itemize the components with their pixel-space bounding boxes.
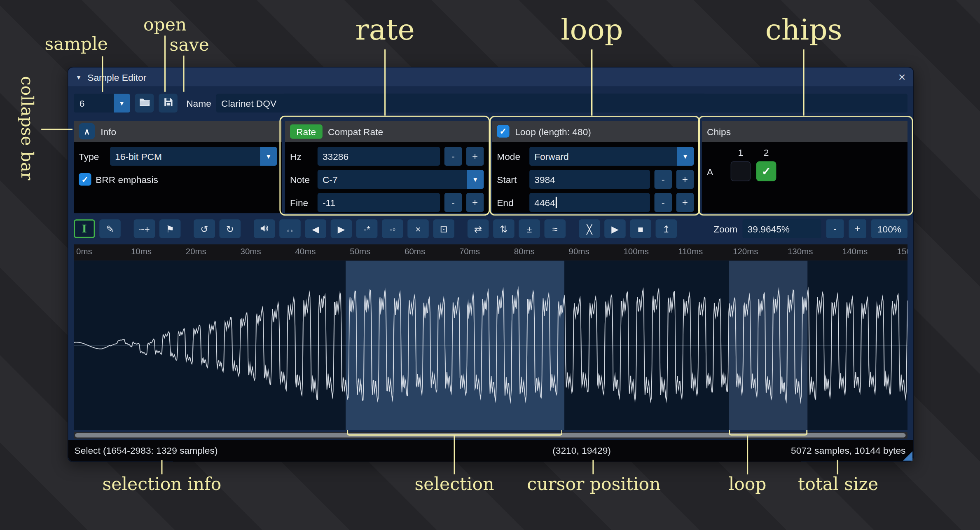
crossfade-icon: ╳ (587, 224, 592, 234)
annotation-save-label: save (170, 34, 209, 55)
filter-button[interactable]: ≈ (544, 219, 566, 238)
loop-enable-checkbox[interactable]: ✓ (497, 125, 509, 137)
redo-button[interactable]: ↻ (220, 219, 241, 238)
normalize-button[interactable]: ↔ (279, 219, 301, 238)
collapse-info-button[interactable]: ∧ (79, 123, 95, 139)
type-dropdown[interactable]: 16-bit PCM ▼ (110, 147, 277, 165)
fine-input[interactable]: -11 (318, 193, 440, 212)
undo-button[interactable]: ↺ (194, 219, 215, 238)
stop-icon: ■ (638, 224, 643, 234)
name-value: Clarinet DQV (221, 98, 276, 108)
select-tool-button[interactable]: I (74, 219, 95, 238)
resize-grip[interactable] (903, 451, 912, 461)
sample-selector[interactable]: 6 ▼ (74, 94, 130, 112)
statusbar-total-size: 5072 samples, 10144 bytes (791, 445, 905, 456)
zoom-input[interactable]: 39.9645% (742, 219, 821, 238)
loop-start-plus-button[interactable]: + (676, 170, 694, 188)
info-panel-header: ∧ Info (74, 121, 282, 142)
chevron-up-icon: ∧ (84, 127, 90, 136)
scrollbar-handle[interactable] (75, 433, 905, 438)
note-value: C-7 (318, 174, 338, 185)
loop-start-minus-button[interactable]: - (655, 170, 672, 188)
waveform-view[interactable] (74, 260, 907, 430)
brr-emphasis-checkbox[interactable]: ✓ (79, 173, 91, 185)
annotation-line-total-size (837, 460, 838, 474)
fade-out-icon: ▶ (338, 224, 345, 234)
preview-button[interactable]: ▶ (604, 219, 626, 238)
ruler-label: 140ms (842, 247, 868, 256)
annotation-sample-label: sample (44, 34, 108, 54)
loop-end-plus-button[interactable]: + (676, 193, 694, 212)
sign-icon: ± (527, 224, 532, 234)
crossfade-button[interactable]: ╳ (579, 219, 600, 238)
redo-icon: ↻ (226, 224, 234, 234)
ruler-label: 110ms (678, 247, 703, 256)
fade-out-button[interactable]: ▶ (331, 219, 352, 238)
rate-badge-button[interactable]: Rate (290, 124, 322, 138)
chip-1-checkbox[interactable] (731, 161, 751, 181)
fade-in-button[interactable]: ◀ (305, 219, 326, 238)
note-dropdown[interactable]: C-7 ▼ (318, 170, 484, 188)
waveform-canvas[interactable] (74, 260, 907, 430)
sign-button[interactable]: ± (519, 219, 540, 238)
reverse-button[interactable]: ⇄ (468, 219, 489, 238)
trim-button[interactable]: ⊡ (433, 219, 454, 238)
chips-grid: 12A✓ (707, 147, 903, 181)
zoom-out-button[interactable]: - (826, 219, 844, 238)
titlebar[interactable]: ▼ Sample Editor × (68, 68, 913, 86)
apply-silence-button[interactable]: -◦ (382, 219, 403, 238)
apply-silence-icon: -◦ (389, 224, 396, 234)
statusbar: Select (1654-2983: 1329 samples) (3210, … (68, 440, 913, 462)
hz-plus-button[interactable]: + (466, 147, 484, 165)
delete-button[interactable]: × (407, 219, 429, 238)
resample-button[interactable]: ⚑ (159, 219, 181, 238)
loop-end-minus-button[interactable]: - (655, 193, 672, 212)
resize-button[interactable]: ~+ (134, 219, 155, 238)
zoom-in-button[interactable]: + (849, 219, 866, 238)
create-instrument-button[interactable]: ↥ (656, 219, 677, 238)
fine-minus-button[interactable]: - (444, 193, 462, 212)
mode-label: Mode (497, 151, 525, 162)
panels-row: ∧ Info Type 16-bit PCM ▼ ✓ (74, 121, 907, 213)
type-label: Type (79, 151, 105, 162)
hz-input[interactable]: 33286 (318, 147, 440, 165)
note-dropdown-arrow-icon: ▼ (467, 170, 484, 188)
ruler-label: 50ms (350, 247, 370, 256)
fade-in-icon: ◀ (312, 224, 319, 234)
annotation-cursor-position-label: cursor position (527, 474, 660, 495)
undo-icon: ↺ (201, 224, 208, 234)
loop-end-label: End (497, 197, 525, 208)
invert-button[interactable]: ⇅ (493, 219, 515, 238)
hz-value: 33286 (323, 151, 348, 162)
zoom-value: 39.9645% (748, 223, 790, 234)
zoom-reset-button[interactable]: 100% (871, 219, 907, 238)
hz-minus-button[interactable]: - (444, 147, 462, 165)
loop-panel: ✓ Loop (length: 480) Mode Forward ▼ Star… (492, 121, 699, 213)
insert-silence-button[interactable]: -* (356, 219, 378, 238)
waveform-scrollbar[interactable] (74, 432, 907, 439)
loop-start-input[interactable]: 3984 (529, 170, 650, 188)
loop-end-input[interactable]: 4464 (529, 193, 650, 212)
loop-mode-dropdown[interactable]: Forward ▼ (529, 147, 694, 165)
save-button[interactable] (159, 94, 178, 112)
close-button[interactable]: × (898, 70, 906, 83)
annotation-rate-label: rate (355, 12, 414, 46)
annotation-loop-label: loop (561, 12, 623, 46)
amplify-button[interactable] (254, 219, 275, 238)
stop-button[interactable]: ■ (630, 219, 651, 238)
chip-2-checkbox[interactable]: ✓ (756, 161, 777, 181)
edit-toolbar: I✎~+⚑↺↻↔◀▶-*-◦×⊡⇄⇅±≈╳▶■↥ Zoom 39.9645% -… (74, 218, 907, 239)
type-dropdown-arrow-icon: ▼ (260, 147, 277, 165)
resample-icon: ⚑ (166, 224, 174, 234)
window-title: Sample Editor (87, 72, 146, 82)
chips-panel-header: Chips (702, 121, 907, 142)
draw-tool-button[interactable]: ✎ (99, 219, 121, 238)
name-input[interactable]: Clarinet DQV (216, 94, 907, 112)
ruler-label: 70ms (459, 247, 480, 256)
open-button[interactable] (135, 94, 154, 112)
fine-plus-button[interactable]: + (466, 193, 484, 212)
ruler-label: 150ms (897, 247, 907, 256)
sample-selector-arrow-icon[interactable]: ▼ (114, 94, 130, 112)
window-collapse-icon[interactable]: ▼ (76, 73, 82, 80)
chips-panel-title: Chips (707, 126, 731, 137)
